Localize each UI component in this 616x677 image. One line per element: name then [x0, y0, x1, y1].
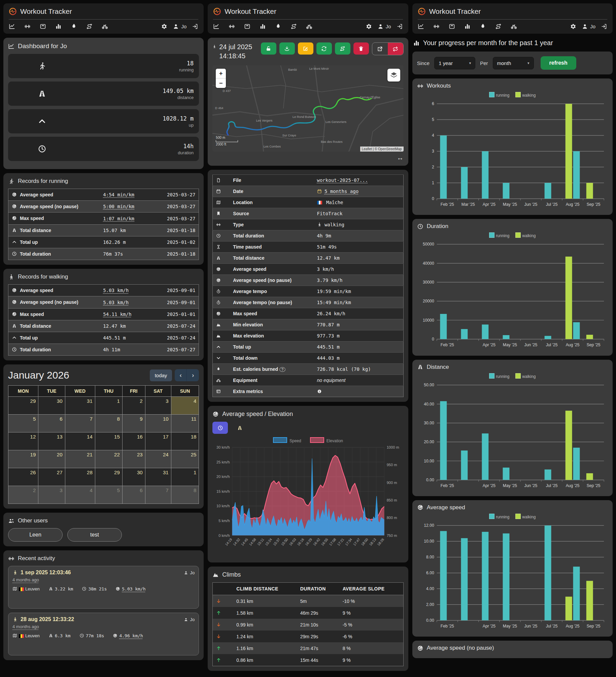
- prev-month-button[interactable]: ‹: [175, 369, 187, 381]
- refresh-button[interactable]: refresh: [541, 56, 576, 70]
- calendar-day[interactable]: 12: [8, 432, 38, 450]
- expand-map-icon[interactable]: ↔: [397, 154, 404, 161]
- chart-line-icon[interactable]: [213, 23, 219, 30]
- route-icon[interactable]: [86, 23, 93, 30]
- calendar-day[interactable]: 1: [171, 468, 199, 486]
- bar-chart-icon[interactable]: [55, 23, 62, 30]
- edit-button[interactable]: [298, 42, 313, 55]
- calendar-day[interactable]: 13: [38, 432, 65, 450]
- scale-icon[interactable]: [40, 23, 46, 30]
- calendar-day[interactable]: 30: [122, 468, 145, 486]
- dumbbell-icon[interactable]: [229, 23, 235, 30]
- calendar-day[interactable]: 29: [8, 397, 38, 415]
- trash-button[interactable]: [353, 42, 369, 55]
- calendar-day[interactable]: 21: [65, 450, 95, 468]
- calendar-day[interactable]: 16: [122, 432, 145, 450]
- sync-button[interactable]: [316, 42, 332, 55]
- calendar-day[interactable]: 2: [122, 397, 145, 415]
- calendar-day[interactable]: 9: [122, 415, 145, 432]
- profile-button[interactable]: Jo: [582, 23, 595, 30]
- today-button[interactable]: today: [150, 369, 172, 381]
- workout-map[interactable]: BambiLe Mont MiroirCernay-l'ÉgliseD 437D…: [212, 65, 403, 152]
- settings-icon[interactable]: [161, 23, 167, 30]
- record-value[interactable]: 5.03 km/h: [100, 296, 157, 308]
- unlock-button[interactable]: [261, 42, 276, 55]
- activity-card[interactable]: 28 aug 2025 12:33:22Jo4 months agoLeuven…: [8, 613, 199, 655]
- calendar-day[interactable]: 28: [65, 468, 95, 486]
- flame-icon[interactable]: [480, 23, 486, 30]
- bike-icon[interactable]: [511, 23, 517, 30]
- export-button[interactable]: [372, 43, 388, 55]
- calendar-day[interactable]: 4: [65, 486, 95, 504]
- chart-line-icon[interactable]: [9, 23, 15, 30]
- calendar-day[interactable]: 19: [8, 450, 38, 468]
- bar-chart-icon[interactable]: [260, 23, 266, 30]
- calendar-day[interactable]: 31: [145, 468, 171, 486]
- help-icon[interactable]: ?: [279, 367, 285, 372]
- repeat-button[interactable]: [388, 43, 403, 55]
- calendar-day[interactable]: 17: [145, 432, 171, 450]
- dumbbell-icon[interactable]: [24, 23, 31, 30]
- calendar-day[interactable]: 6: [122, 486, 145, 504]
- record-value[interactable]: 54.11 km/h: [100, 308, 157, 320]
- calendar-day[interactable]: 15: [95, 432, 122, 450]
- calendar-day[interactable]: 4: [171, 397, 199, 415]
- zoom-in-button[interactable]: +: [216, 69, 226, 78]
- record-value[interactable]: 5:00 min/km: [100, 201, 157, 213]
- flame-icon[interactable]: [71, 23, 77, 30]
- profile-button[interactable]: Jo: [377, 23, 391, 30]
- calendar-day[interactable]: 26: [8, 468, 38, 486]
- scale-icon[interactable]: [244, 23, 250, 30]
- calendar-day[interactable]: 5: [95, 486, 122, 504]
- calendar-day[interactable]: 11: [171, 415, 199, 432]
- route-button[interactable]: [335, 42, 350, 55]
- scale-icon[interactable]: [449, 23, 455, 30]
- calendar-day[interactable]: 23: [122, 450, 145, 468]
- calendar-day[interactable]: 14: [65, 432, 95, 450]
- record-value[interactable]: 4:54 min/km: [100, 189, 157, 201]
- detail-value[interactable]: workout-2025-07...: [314, 175, 404, 186]
- calendar-day[interactable]: 24: [145, 450, 171, 468]
- logout-icon[interactable]: [601, 23, 607, 30]
- download-button[interactable]: [279, 42, 295, 55]
- calendar-day[interactable]: 3: [38, 486, 65, 504]
- record-value[interactable]: 1:07 min/km: [100, 213, 157, 224]
- calendar-day[interactable]: 6: [38, 415, 65, 432]
- calendar-day[interactable]: 20: [38, 450, 65, 468]
- zoom-out-button[interactable]: −: [216, 78, 226, 88]
- calendar-day[interactable]: 29: [95, 468, 122, 486]
- calendar-day[interactable]: 7: [65, 415, 95, 432]
- dumbbell-icon[interactable]: [433, 23, 440, 30]
- time-axis-toggle[interactable]: [212, 422, 228, 434]
- bike-icon[interactable]: [102, 23, 108, 30]
- route-icon[interactable]: [495, 23, 502, 30]
- user-pill-test[interactable]: test: [67, 528, 122, 542]
- calendar-day[interactable]: 22: [95, 450, 122, 468]
- next-month-button[interactable]: ›: [187, 369, 199, 381]
- calendar-day[interactable]: 31: [65, 397, 95, 415]
- chart-line-icon[interactable]: [418, 23, 424, 30]
- calendar-day[interactable]: 5: [8, 415, 38, 432]
- calendar-day[interactable]: 3: [145, 397, 171, 415]
- route-icon[interactable]: [290, 23, 297, 30]
- bar-chart-icon[interactable]: [464, 23, 471, 30]
- calendar-day[interactable]: 27: [38, 468, 65, 486]
- since-select[interactable]: 1 year ▾: [434, 57, 475, 69]
- logout-icon[interactable]: [192, 23, 198, 30]
- detail-value[interactable]: 5 months ago: [314, 186, 404, 197]
- activity-speed[interactable]: 4.96 km/h: [113, 633, 143, 638]
- profile-button[interactable]: Jo: [173, 23, 186, 30]
- calendar-day[interactable]: 8: [171, 486, 199, 504]
- distance-axis-toggle[interactable]: [232, 422, 247, 434]
- calendar-day[interactable]: 10: [145, 415, 171, 432]
- activity-card[interactable]: 1 sep 2025 12:03:46Jo4 months agoLeuven3…: [8, 566, 199, 609]
- flame-icon[interactable]: [275, 23, 281, 30]
- settings-icon[interactable]: [570, 23, 576, 30]
- settings-icon[interactable]: [366, 23, 372, 30]
- calendar-day[interactable]: 7: [145, 486, 171, 504]
- logout-icon[interactable]: [397, 23, 403, 30]
- map-layers-button[interactable]: [387, 69, 400, 82]
- record-value[interactable]: 5.03 km/h: [100, 285, 157, 296]
- calendar-day[interactable]: 2: [8, 486, 38, 504]
- calendar-day[interactable]: 30: [38, 397, 65, 415]
